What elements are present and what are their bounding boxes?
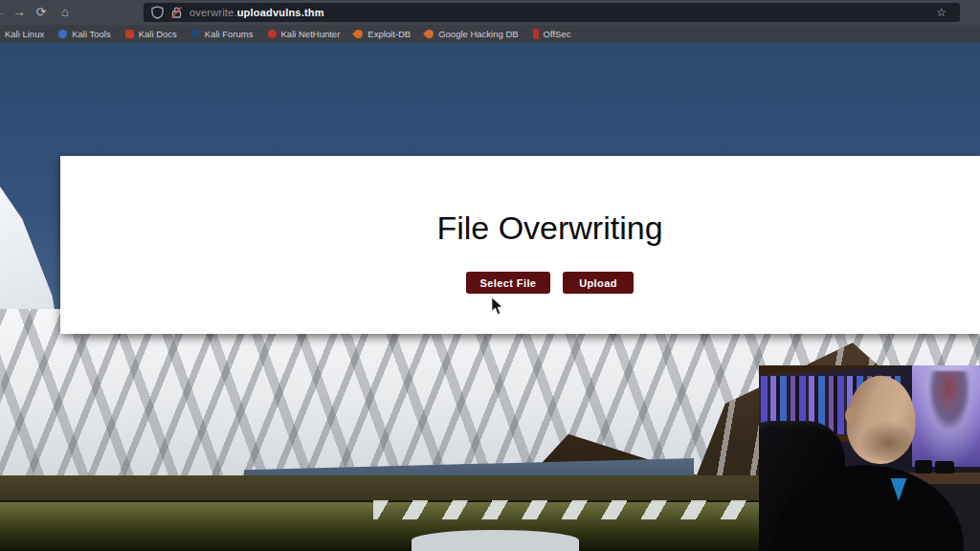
bookmark-label: Kali Linux <box>5 29 44 39</box>
kali-tools-favicon-icon <box>58 30 67 38</box>
navigation-toolbar: ← → ⟳ ⌂ overwrite.uploadvulns.thm ☆ <box>0 0 980 25</box>
kali-docs-favicon-icon <box>125 30 134 38</box>
bookmark-kali-tools[interactable]: Kali Tools <box>58 25 111 43</box>
url-text: overwrite.uploadvulns.thm <box>189 7 324 18</box>
bookmark-offsec[interactable]: OffSec <box>533 25 571 43</box>
url-bar[interactable]: overwrite.uploadvulns.thm ☆ <box>144 3 960 22</box>
webcam-person-beard <box>858 421 912 461</box>
upload-button[interactable]: Upload <box>563 272 634 294</box>
bookmark-label: OffSec <box>544 29 571 39</box>
upload-card: File Overwriting Select File Upload <box>60 156 980 334</box>
bookmark-kali-forums[interactable]: Kali Forums <box>191 25 254 43</box>
page-title: File Overwriting <box>90 209 980 247</box>
google-hacking-db-favicon-icon <box>423 28 435 40</box>
offsec-favicon-icon <box>533 29 539 39</box>
exploit-db-favicon-icon <box>352 28 365 40</box>
webcam-overlay <box>759 365 980 551</box>
bookmark-label: Kali NetHunter <box>281 29 341 39</box>
webcam-poster-crest <box>929 371 969 429</box>
page-viewport: File Overwriting Select File Upload <box>0 43 980 551</box>
mouse-cursor <box>491 298 504 317</box>
bookmark-exploit-db[interactable]: Exploit-DB <box>354 25 411 43</box>
valley-snow-streaks <box>373 500 756 519</box>
bookmarks-toolbar: Kali Linux Kali Tools Kali Docs Kali For… <box>0 25 980 43</box>
valley-snow-patch <box>412 530 579 551</box>
tracking-protection-shield-icon[interactable] <box>151 6 164 19</box>
browser-window: ← → ⟳ ⌂ overwrite.uploadvulns.thm ☆ <box>0 0 980 551</box>
bookmark-label: Kali Tools <box>72 29 111 39</box>
bookmark-label: Kali Forums <box>205 29 254 39</box>
bookmark-kali-nethunter[interactable]: Kali NetHunter <box>268 25 341 43</box>
bookmark-google-hacking-db[interactable]: Google Hacking DB <box>425 25 518 43</box>
upload-card-content: File Overwriting Select File Upload <box>90 209 980 294</box>
kali-forums-favicon-icon <box>191 30 200 38</box>
bookmark-star-icon[interactable]: ☆ <box>936 6 947 19</box>
url-subdomain: overwrite. <box>189 7 237 18</box>
kali-nethunter-favicon-icon <box>268 30 277 38</box>
reload-button[interactable]: ⟳ <box>32 0 51 25</box>
webcam-speaker-right <box>935 461 954 474</box>
button-row: Select File Upload <box>90 272 980 294</box>
home-button[interactable]: ⌂ <box>56 0 75 25</box>
insecure-lock-icon[interactable] <box>170 6 183 19</box>
bookmark-label: Kali Docs <box>139 29 177 39</box>
bookmark-kali-docs[interactable]: Kali Docs <box>125 25 177 43</box>
bookmark-kali-linux[interactable]: Kali Linux <box>5 25 44 43</box>
webcam-speaker-left <box>915 460 932 474</box>
url-domain: uploadvulns.thm <box>237 7 324 18</box>
webcam-person-ear <box>845 408 857 424</box>
select-file-button[interactable]: Select File <box>466 272 550 294</box>
bookmark-label: Google Hacking DB <box>438 29 518 39</box>
forward-button[interactable]: → <box>10 0 29 25</box>
bookmark-label: Exploit-DB <box>368 29 411 39</box>
